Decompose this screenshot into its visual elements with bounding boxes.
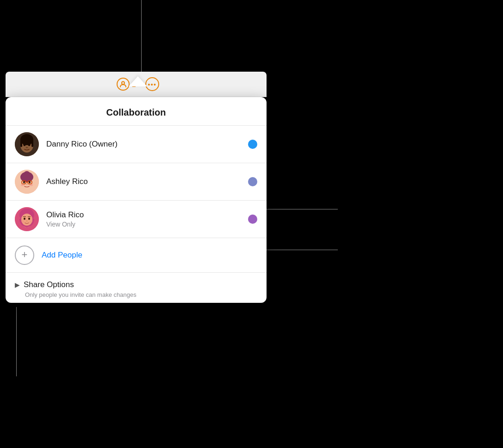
svg-point-9 xyxy=(24,143,26,146)
share-options-header: ▶ Share Options xyxy=(15,280,257,289)
svg-point-34 xyxy=(21,221,25,222)
svg-point-11 xyxy=(26,147,28,148)
svg-point-4 xyxy=(21,135,33,143)
color-dot-ashley xyxy=(248,177,257,186)
share-options-row[interactable]: ▶ Share Options Only people you invite c… xyxy=(6,273,267,303)
user-name-ashley: Ashley Rico xyxy=(46,177,241,186)
user-info-olivia: Olivia Rico View Only xyxy=(46,210,241,228)
user-name-danny: Danny Rico (Owner) xyxy=(46,140,241,149)
svg-rect-5 xyxy=(20,139,22,147)
svg-point-16 xyxy=(24,171,30,178)
svg-point-20 xyxy=(23,181,25,184)
more-icon: ••• xyxy=(148,81,156,88)
user-name-olivia: Olivia Rico xyxy=(46,210,241,220)
user-row-danny[interactable]: Danny Rico (Owner) xyxy=(6,126,267,163)
add-people-label: Add People xyxy=(42,251,82,260)
svg-point-22 xyxy=(26,184,28,185)
svg-point-0 xyxy=(122,82,124,85)
avatar-olivia xyxy=(15,207,39,231)
svg-point-33 xyxy=(26,221,28,221)
svg-point-35 xyxy=(30,221,33,222)
user-info-danny: Danny Rico (Owner) xyxy=(46,140,241,149)
color-dot-olivia xyxy=(248,215,257,224)
popup-caret xyxy=(129,76,147,86)
color-dot-danny xyxy=(248,140,257,149)
share-options-title: Share Options xyxy=(24,280,74,289)
user-row-ashley[interactable]: Ashley Rico xyxy=(6,163,267,201)
user-status-olivia: View Only xyxy=(46,221,241,228)
collaboration-panel: Collaboration xyxy=(6,97,267,303)
svg-point-21 xyxy=(29,181,31,184)
share-options-subtitle: Only people you invite can make changes xyxy=(25,291,257,298)
svg-point-10 xyxy=(28,143,31,146)
user-row-olivia[interactable]: Olivia Rico View Only xyxy=(6,201,267,238)
add-people-row[interactable]: + Add People xyxy=(6,238,267,273)
svg-point-32 xyxy=(28,218,30,220)
user-info-ashley: Ashley Rico xyxy=(46,177,241,186)
add-people-icon: + xyxy=(15,245,34,265)
avatar-danny xyxy=(15,132,39,156)
annotation-line-bottom xyxy=(16,307,17,376)
svg-point-23 xyxy=(21,184,25,186)
collaboration-icon xyxy=(117,78,130,91)
avatar-ashley xyxy=(15,170,39,194)
more-button[interactable]: ••• xyxy=(145,77,159,91)
svg-point-24 xyxy=(29,184,33,186)
pointer-line-top xyxy=(141,0,142,74)
panel-title: Collaboration xyxy=(6,97,267,126)
chevron-right-icon: ▶ xyxy=(15,281,20,288)
svg-point-31 xyxy=(24,218,25,220)
plus-icon: + xyxy=(22,250,28,260)
svg-rect-6 xyxy=(31,139,33,147)
